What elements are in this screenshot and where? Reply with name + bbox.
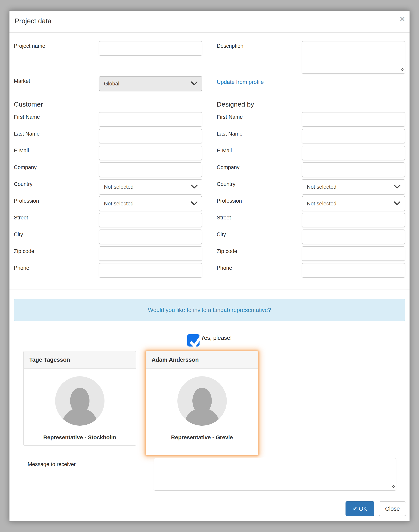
customer-email-label: E-Mail bbox=[14, 146, 99, 160]
modal-footer: ✔ OK Close bbox=[10, 496, 409, 521]
modal-title: Project data bbox=[15, 17, 52, 25]
customer-company-input[interactable] bbox=[99, 162, 202, 177]
customer-last-name-input[interactable] bbox=[99, 129, 202, 143]
designer-street-input[interactable] bbox=[302, 213, 405, 227]
modal-header: Project data × bbox=[10, 11, 409, 33]
designer-first-name-label: First Name bbox=[217, 112, 302, 127]
project-data-modal: Project data × Project name Market Globa… bbox=[9, 11, 410, 521]
customer-email-input[interactable] bbox=[99, 146, 202, 160]
ok-button-label: OK bbox=[359, 506, 367, 512]
representatives-row: Tage Tagesson Representative - Stockholm… bbox=[14, 351, 405, 456]
designer-company-label: Company bbox=[217, 162, 302, 177]
representative-role: Representative - Stockholm bbox=[24, 434, 136, 441]
people-section: Customer First Name Last Name E-Mail Com… bbox=[14, 93, 405, 280]
designer-last-name-label: Last Name bbox=[217, 129, 302, 143]
close-button-label: Close bbox=[385, 506, 400, 512]
avatar bbox=[55, 376, 105, 426]
avatar bbox=[177, 376, 227, 426]
chevron-down-icon bbox=[191, 201, 197, 207]
check-icon bbox=[188, 331, 204, 348]
customer-first-name-label: First Name bbox=[14, 112, 99, 127]
designer-profession-value: Not selected bbox=[307, 201, 336, 207]
designer-country-label: Country bbox=[217, 179, 302, 195]
customer-country-value: Not selected bbox=[104, 184, 133, 190]
invite-checkbox-label: Yes, please! bbox=[201, 334, 232, 341]
chevron-down-icon bbox=[394, 184, 400, 190]
customer-phone-input[interactable] bbox=[99, 263, 202, 278]
representative-role: Representative - Grevie bbox=[146, 434, 258, 441]
customer-country-label: Country bbox=[14, 179, 99, 195]
designer-phone-input[interactable] bbox=[302, 263, 405, 278]
market-select[interactable]: Global bbox=[99, 76, 202, 91]
customer-city-label: City bbox=[14, 230, 99, 244]
close-icon[interactable]: × bbox=[400, 15, 405, 23]
designer-email-input[interactable] bbox=[302, 146, 405, 160]
close-button[interactable]: Close bbox=[379, 501, 406, 516]
designer-zip-label: Zip code bbox=[217, 246, 302, 261]
update-from-profile-link[interactable]: Update from profile bbox=[217, 79, 264, 85]
message-row: Message to receiver bbox=[14, 458, 405, 491]
designer-country-select[interactable]: Not selected bbox=[302, 179, 405, 195]
designer-phone-label: Phone bbox=[217, 263, 302, 278]
designer-street-label: Street bbox=[217, 213, 302, 227]
description-textarea[interactable] bbox=[302, 41, 405, 74]
representative-card-tage[interactable]: Tage Tagesson Representative - Stockholm bbox=[23, 351, 136, 446]
message-to-receiver-textarea[interactable] bbox=[154, 458, 396, 491]
customer-city-input[interactable] bbox=[99, 230, 202, 244]
customer-header: Customer bbox=[14, 100, 202, 108]
customer-street-label: Street bbox=[14, 213, 99, 227]
customer-zip-input[interactable] bbox=[99, 246, 202, 261]
customer-profession-value: Not selected bbox=[104, 201, 133, 207]
designed-by-column: Designed by First Name Last Name E-Mail … bbox=[217, 93, 405, 280]
designer-city-label: City bbox=[217, 230, 302, 244]
message-to-receiver-label: Message to receiver bbox=[14, 458, 154, 491]
designer-last-name-input[interactable] bbox=[302, 129, 405, 143]
customer-profession-select[interactable]: Not selected bbox=[99, 196, 202, 211]
section-divider bbox=[10, 289, 409, 289]
customer-street-input[interactable] bbox=[99, 213, 202, 227]
description-label: Description bbox=[217, 41, 302, 74]
designer-profession-label: Profession bbox=[217, 196, 302, 211]
representative-card-adam[interactable]: Adam Andersson Representative - Grevie bbox=[145, 351, 258, 456]
customer-column: Customer First Name Last Name E-Mail Com… bbox=[14, 93, 202, 280]
representative-name: Tage Tagesson bbox=[24, 351, 136, 369]
market-label: Market bbox=[14, 76, 99, 91]
market-select-value: Global bbox=[104, 81, 119, 87]
representative-name: Adam Andersson bbox=[146, 351, 258, 369]
check-icon: ✔ bbox=[353, 506, 357, 512]
modal-body: Project name Market Global bbox=[10, 33, 409, 496]
designer-profession-select[interactable]: Not selected bbox=[302, 196, 405, 211]
top-right-column: Description Update from profile bbox=[217, 41, 405, 93]
designer-zip-input[interactable] bbox=[302, 246, 405, 261]
customer-last-name-label: Last Name bbox=[14, 129, 99, 143]
invite-checkbox-row: Yes, please! bbox=[14, 334, 405, 346]
designer-email-label: E-Mail bbox=[217, 146, 302, 160]
top-section: Project name Market Global bbox=[14, 41, 405, 93]
designer-company-input[interactable] bbox=[302, 162, 405, 177]
customer-zip-label: Zip code bbox=[14, 246, 99, 261]
chevron-down-icon bbox=[191, 81, 197, 87]
project-name-label: Project name bbox=[14, 41, 99, 56]
chevron-down-icon bbox=[191, 184, 197, 190]
page-backdrop: Project data × Project name Market Globa… bbox=[0, 0, 419, 532]
designer-first-name-input[interactable] bbox=[302, 112, 405, 127]
chevron-down-icon bbox=[394, 201, 400, 207]
invite-banner: Would you like to invite a Lindab repres… bbox=[14, 299, 405, 321]
ok-button[interactable]: ✔ OK bbox=[345, 501, 374, 516]
designer-city-input[interactable] bbox=[302, 230, 405, 244]
customer-company-label: Company bbox=[14, 162, 99, 177]
project-name-input[interactable] bbox=[99, 41, 202, 56]
customer-profession-label: Profession bbox=[14, 196, 99, 211]
designer-country-value: Not selected bbox=[307, 184, 336, 190]
customer-first-name-input[interactable] bbox=[99, 112, 202, 127]
designed-by-header: Designed by bbox=[217, 100, 405, 108]
customer-phone-label: Phone bbox=[14, 263, 99, 278]
top-left-column: Project name Market Global bbox=[14, 41, 202, 93]
customer-country-select[interactable]: Not selected bbox=[99, 179, 202, 195]
invite-checkbox[interactable] bbox=[187, 334, 199, 346]
